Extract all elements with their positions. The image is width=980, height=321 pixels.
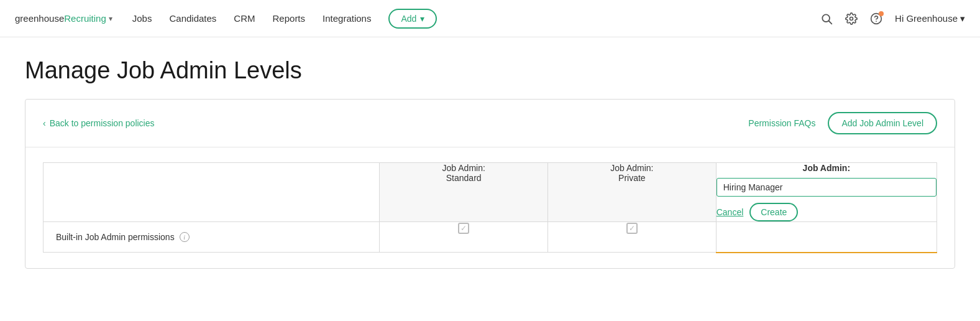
table-header-new: Job Admin: Cancel Create <box>716 163 936 222</box>
notification-dot <box>879 11 884 16</box>
nav-crm[interactable]: CRM <box>234 13 255 24</box>
col-standard-label: Job Admin: <box>380 163 547 173</box>
content-card: ‹ Back to permission policies Permission… <box>25 99 955 269</box>
page: Manage Job Admin Levels ‹ Back to permis… <box>0 37 980 289</box>
row-label-text: Built-in Job Admin permissions <box>56 232 175 242</box>
back-link[interactable]: ‹ Back to permission policies <box>43 118 155 128</box>
private-check-cell: ✓ <box>548 222 717 253</box>
svg-point-2 <box>850 17 853 20</box>
back-link-label: Back to permission policies <box>50 118 155 128</box>
new-col-actions: Cancel Create <box>717 203 936 221</box>
standard-checkmark-icon: ✓ <box>458 223 469 234</box>
card-header-right: Permission FAQs Add Job Admin Level <box>748 112 937 134</box>
nav-jobs[interactable]: Jobs <box>132 13 152 24</box>
nav-candidates[interactable]: Candidates <box>169 13 216 24</box>
private-checkmark-icon: ✓ <box>626 223 638 234</box>
page-title: Manage Job Admin Levels <box>25 57 955 84</box>
col-private-sublabel: Private <box>548 173 716 183</box>
nav-right: Hi Greenhouse ▾ <box>820 12 965 25</box>
col-private-label: Job Admin: <box>548 163 716 173</box>
add-job-admin-button[interactable]: Add Job Admin Level <box>828 112 937 134</box>
back-chevron-icon: ‹ <box>43 118 46 128</box>
new-check-cell <box>716 222 936 253</box>
table-area: Job Admin: Standard Job Admin: Private J… <box>25 147 955 268</box>
new-column-name-input[interactable] <box>717 178 936 197</box>
info-icon: i <box>180 232 190 242</box>
admin-table: Job Admin: Standard Job Admin: Private J… <box>43 162 937 253</box>
card-header: ‹ Back to permission policies Permission… <box>25 100 955 147</box>
nav-integrations[interactable]: Integrations <box>323 13 371 24</box>
search-button[interactable] <box>820 12 833 25</box>
cancel-button[interactable]: Cancel <box>717 207 744 217</box>
standard-check-cell: ✓ <box>380 222 548 253</box>
permission-faq-link[interactable]: Permission FAQs <box>748 118 815 128</box>
help-button[interactable] <box>870 12 882 25</box>
settings-button[interactable] <box>845 12 858 25</box>
logo-chevron-icon: ▾ <box>109 14 112 23</box>
table-header-private: Job Admin: Private <box>548 163 717 222</box>
nav-add-button[interactable]: Add ▾ <box>388 9 437 29</box>
user-label: Hi Greenhouse <box>895 13 958 24</box>
col-standard-sublabel: Standard <box>380 173 547 183</box>
table-header-empty <box>44 163 380 222</box>
nav-links: Jobs Candidates CRM Reports Integrations… <box>132 9 800 29</box>
svg-line-1 <box>829 21 832 24</box>
user-chevron-icon: ▾ <box>960 13 965 24</box>
user-menu[interactable]: Hi Greenhouse ▾ <box>895 13 965 24</box>
row-label-cell: Built-in Job Admin permissions i <box>44 222 380 253</box>
col-new-label: Job Admin: <box>717 163 936 173</box>
logo-greenhouse: greenhouse <box>15 13 64 24</box>
table-header-standard: Job Admin: Standard <box>380 163 548 222</box>
table-row: Built-in Job Admin permissions i ✓ ✓ <box>44 222 937 253</box>
logo[interactable]: greenhouse Recruiting ▾ <box>15 13 112 24</box>
navbar: greenhouse Recruiting ▾ Jobs Candidates … <box>0 0 980 37</box>
create-button[interactable]: Create <box>749 203 798 221</box>
logo-recruiting: Recruiting <box>64 13 106 24</box>
nav-reports[interactable]: Reports <box>273 13 306 24</box>
